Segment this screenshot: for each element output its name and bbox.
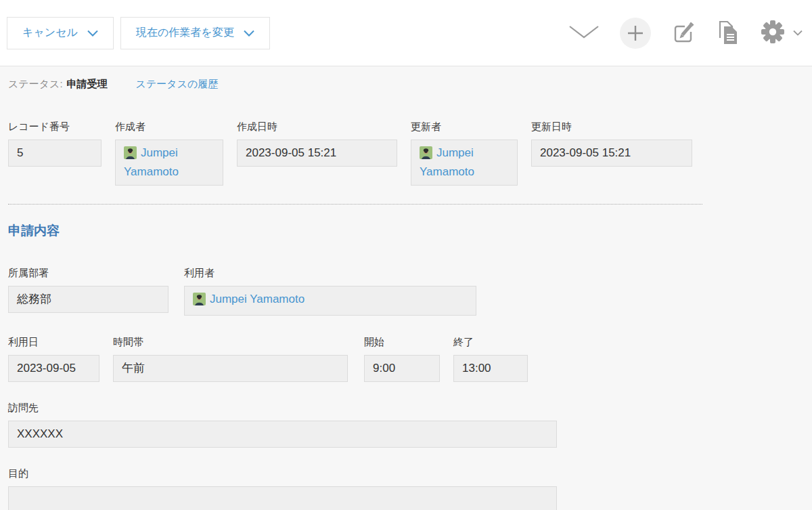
settings-button[interactable] [759,18,803,47]
chevron-down-icon [244,27,254,39]
field-value: 2023-09-05 [8,355,99,382]
field-value: 9:00 [364,355,440,382]
toolbar-right [568,18,805,49]
toolbar: キャンセル 現在の作業者を変更 [0,0,812,66]
user-link[interactable]: Jumpei Yamamoto [210,293,304,305]
field-time-slot: 時間帯 午前 [113,336,348,382]
change-assignee-button-label: 現在の作業者を変更 [136,26,234,40]
chevron-down-icon [87,27,98,39]
field-label: 利用日 [8,336,99,349]
field-label: 所属部署 [8,267,168,280]
collapse-record-button[interactable] [568,24,600,41]
field-value: 2023-09-05 15:21 [531,140,692,167]
section-divider [8,204,702,205]
status-value: 申請受理 [67,78,108,91]
field-value: 総務部 [8,286,168,313]
field-value [8,486,557,510]
section-title: 申請内容 [8,222,804,240]
field-user: 利用者 Jumpei Yamamoto [184,267,476,316]
field-updated-by: 更新者 Jumpei Yamamoto [411,121,518,186]
edit-pencil-icon [671,20,696,47]
field-destination: 訪問先 XXXXXX [8,402,557,448]
field-label: 利用者 [184,267,476,280]
field-label: レコード番号 [8,121,102,134]
user-avatar [420,146,432,164]
field-value: 5 [8,140,102,167]
field-purpose: 目的 [8,467,557,510]
form-row-3: 訪問先 XXXXXX [8,402,804,448]
field-value: Jumpei Yamamoto [411,140,518,186]
cancel-button[interactable]: キャンセル [7,17,114,49]
field-value: Jumpei Yamamoto [184,286,476,316]
field-record-number: レコード番号 5 [8,121,102,186]
field-department: 所属部署 総務部 [8,267,168,316]
status-row: ステータス: 申請受理 ステータスの履歴 [8,77,804,91]
field-value: Jumpei Yamamoto [115,140,223,186]
field-label: 目的 [8,467,557,481]
user-avatar [124,146,137,164]
field-value: 午前 [113,355,348,382]
field-label: 開始 [364,336,440,349]
change-assignee-button[interactable]: 現在の作業者を変更 [120,17,270,49]
copy-icon [717,20,739,47]
field-value: 13:00 [453,355,528,382]
field-label: 時間帯 [113,336,348,349]
field-label: 終了 [453,336,528,349]
field-value: 2023-09-05 15:21 [237,140,397,167]
plus-icon [620,18,651,49]
field-created-datetime: 作成日時 2023-09-05 15:21 [237,121,397,186]
field-end-time: 終了 13:00 [453,336,528,382]
chevron-down-icon [793,28,803,38]
field-label: 作成日時 [237,121,397,134]
field-updated-datetime: 更新日時 2023-09-05 15:21 [531,121,692,186]
status-label: ステータス: [8,78,63,91]
field-start-time: 開始 9:00 [364,336,440,382]
cancel-button-label: キャンセル [22,26,78,40]
user-avatar [193,293,206,310]
status-history-link[interactable]: ステータスの履歴 [136,78,219,91]
record-meta-row: レコード番号 5 作成者 Jumpei Yamamoto 作成日時 2023-0… [8,121,804,186]
gear-icon [759,18,786,47]
field-label: 更新日時 [531,121,692,134]
field-label: 作成者 [115,121,223,134]
form-row-4: 目的 [8,467,804,510]
toolbar-left: キャンセル 現在の作業者を変更 [7,17,270,49]
form-row-1: 所属部署 総務部 利用者 Jumpei Yamamoto [8,267,804,316]
field-value: XXXXXX [8,421,557,448]
add-record-button[interactable] [620,18,651,49]
record-detail: ステータス: 申請受理 ステータスの履歴 レコード番号 5 作成者 Jumpei… [0,77,812,510]
field-label: 更新者 [411,121,518,134]
field-created-by: 作成者 Jumpei Yamamoto [115,121,223,186]
chevron-down-icon [568,24,600,41]
edit-record-button[interactable] [671,20,696,47]
duplicate-record-button[interactable] [717,20,739,47]
field-use-date: 利用日 2023-09-05 [8,336,99,382]
field-label: 訪問先 [8,402,557,415]
form-row-2: 利用日 2023-09-05 時間帯 午前 開始 9:00 終了 13:00 [8,336,804,382]
